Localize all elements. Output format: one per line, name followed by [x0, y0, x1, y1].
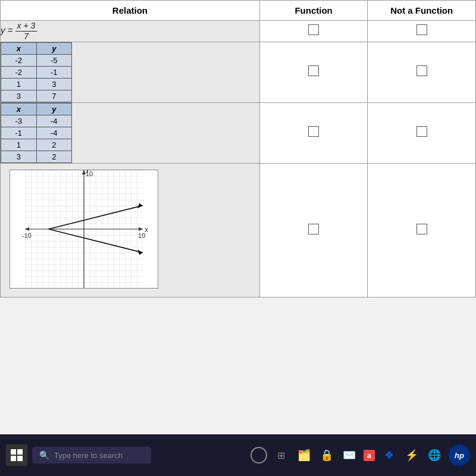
cell: -1	[36, 66, 72, 78]
header-row: Relation Function Not a Function	[1, 1, 476, 21]
data-table-cell-3: x y -3 -4 -1 -4	[1, 102, 260, 163]
table-row: x y -2 -5 -2 -1	[1, 42, 476, 102]
not-function-checkbox-1[interactable]	[416, 24, 427, 35]
cell: 2	[36, 139, 72, 151]
not-function-checkbox-cell-4	[368, 163, 476, 297]
fraction: x + 3 7	[15, 21, 37, 42]
header-function: Function	[259, 1, 368, 21]
cell: -3	[1, 115, 37, 127]
start-button[interactable]	[6, 444, 27, 466]
cortana-icon[interactable]	[250, 447, 267, 464]
inner-table-3: x y -3 -4 -1 -4	[1, 103, 72, 163]
graph-container: x y -10 10 10	[1, 164, 259, 297]
search-icon: 🔍	[39, 450, 49, 460]
list-item: 3 7	[1, 90, 72, 102]
file-explorer-icon[interactable]: 🗂️	[296, 447, 312, 464]
list-item: 1 2	[1, 139, 72, 151]
search-text: Type here to search	[54, 451, 123, 460]
a-icon[interactable]: a	[364, 450, 375, 461]
cell: -4	[36, 115, 72, 127]
not-function-checkbox-4[interactable]	[416, 224, 427, 234]
not-function-checkbox-3[interactable]	[416, 126, 427, 137]
svg-text:10: 10	[138, 231, 145, 239]
not-function-checkbox-cell-1	[368, 21, 476, 42]
app-icon[interactable]: ⚡	[403, 447, 420, 464]
worksheet-table: Relation Function Not a Function y = x +…	[0, 0, 476, 298]
cell: 3	[1, 90, 37, 102]
inner-table-2: x y -2 -5 -2 -1	[1, 42, 72, 102]
not-function-checkbox-cell-2	[368, 42, 476, 102]
function-checkbox-1[interactable]	[308, 24, 319, 35]
col-header-y: y	[36, 103, 72, 115]
list-item: -3 -4	[1, 115, 72, 127]
graph-svg: x y -10 10 10	[10, 170, 158, 289]
function-checkbox-cell-2	[259, 42, 368, 102]
function-checkbox-4[interactable]	[308, 224, 319, 234]
list-item: -1 -4	[1, 127, 72, 139]
header-not-function: Not a Function	[368, 1, 476, 21]
cell: -2	[1, 54, 37, 66]
svg-text:-10: -10	[22, 231, 32, 239]
cell: 1	[1, 139, 37, 151]
not-function-checkbox-2[interactable]	[416, 65, 427, 76]
not-function-checkbox-cell-3	[368, 102, 476, 163]
cell: -2	[1, 66, 37, 78]
system-tray: ⊞ 🗂️ 🔒 ✉️ a ❖ ⚡ 🌐 hp	[250, 444, 470, 466]
list-item: -2 -5	[1, 54, 72, 66]
data-table-cell-2: x y -2 -5 -2 -1	[1, 42, 260, 102]
table-row: x y -10 10 10	[1, 163, 476, 297]
cell: 2	[36, 151, 72, 162]
denominator: 7	[22, 32, 30, 42]
cell: 3	[36, 78, 72, 90]
list-item: 1 3	[1, 78, 72, 90]
function-checkbox-cell-4	[259, 163, 368, 297]
windows-icon	[11, 449, 23, 461]
numerator: x + 3	[15, 21, 37, 32]
hp-logo: hp	[449, 444, 470, 466]
graph-cell: x y -10 10 10	[1, 163, 260, 297]
function-checkbox-cell-3	[259, 102, 368, 163]
taskbar-search-bar[interactable]: 🔍 Type here to search	[32, 447, 151, 464]
taskbar: 🔍 Type here to search ⊞ 🗂️ 🔒 ✉️ a ❖	[0, 434, 476, 476]
main-content: Relation Function Not a Function y = x +…	[0, 0, 476, 434]
task-view-icon[interactable]: ⊞	[273, 447, 290, 464]
cell: 3	[1, 151, 37, 162]
table-row: y = x + 3 7	[1, 21, 476, 42]
chrome-icon[interactable]: 🌐	[426, 447, 443, 464]
function-checkbox-3[interactable]	[308, 126, 319, 137]
table-row: x y -3 -4 -1 -4	[1, 102, 476, 163]
lock-icon[interactable]: 🔒	[318, 447, 335, 464]
cell: 1	[1, 78, 37, 90]
cell: -4	[36, 127, 72, 139]
col-header-y: y	[36, 42, 72, 54]
cell: -1	[1, 127, 37, 139]
equation-cell: y = x + 3 7	[1, 21, 260, 42]
svg-text:10: 10	[86, 170, 93, 177]
cell: -5	[36, 54, 72, 66]
cell: 7	[36, 90, 72, 102]
col-header-x: x	[1, 42, 37, 54]
mail-icon[interactable]: ✉️	[341, 447, 358, 464]
list-item: 3 2	[1, 151, 72, 162]
header-relation: Relation	[1, 1, 260, 21]
list-item: -2 -1	[1, 66, 72, 78]
function-checkbox-2[interactable]	[308, 65, 319, 76]
col-header-x: x	[1, 103, 37, 115]
equation-text: y = x + 3 7	[1, 25, 37, 35]
function-checkbox-cell-1	[259, 21, 368, 42]
dropbox-icon[interactable]: ❖	[381, 447, 397, 464]
